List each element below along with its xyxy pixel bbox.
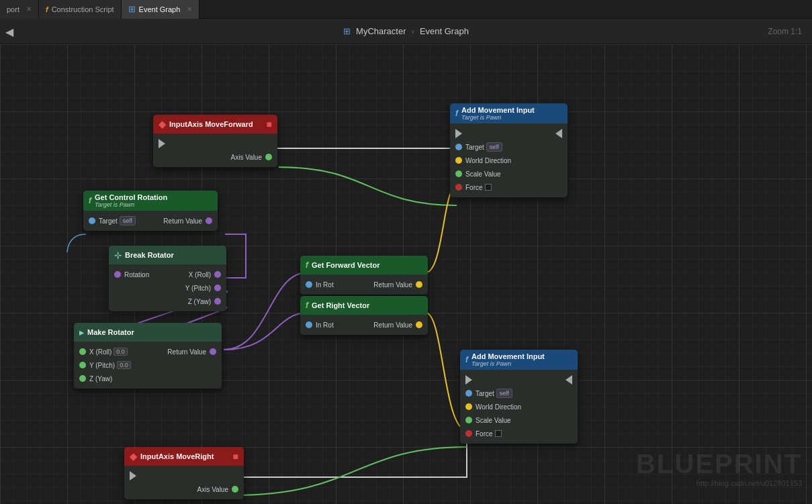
header-event-graph: Event Graph [420, 26, 469, 36]
y-pitch-row: Y (Pitch) [109, 281, 226, 295]
tab-event-graph[interactable]: ⊞ Event Graph ✕ [122, 0, 200, 19]
func-icon-top: f [455, 109, 458, 118]
exec-out-row-right [124, 469, 244, 483]
target-pin-top [455, 144, 462, 150]
header-title: ⊞ MyCharacter › Event Graph [343, 26, 469, 36]
exec-out-row [153, 137, 277, 150]
make-icon: ▸ [79, 327, 84, 338]
tab-event-graph-close[interactable]: ✕ [187, 5, 192, 13]
force-pin-top [455, 184, 462, 191]
node-header-get-forward: f Get Forward Vector [300, 256, 428, 274]
world-dir-row-top: World Direction [450, 154, 568, 167]
func-icon-control: f [89, 196, 91, 205]
force-row-top: Force [450, 181, 568, 194]
node-add-movement-bottom[interactable]: f Add Movement Input Target is Pawn Targ… [460, 350, 578, 444]
tab-report-label: port [7, 5, 19, 13]
in-rot-pin-forward [306, 281, 312, 288]
node-header-add-movement-bottom: f Add Movement Input Target is Pawn [460, 350, 578, 370]
node-title-add-movement-top: Add Movement Input [461, 106, 535, 114]
z-yaw-row: Z (Yaw) [109, 295, 226, 308]
node-title-right: InputAxis MoveRight [140, 452, 214, 460]
z-yaw-label: Z (Yaw) [188, 298, 211, 305]
blueprint-canvas[interactable]: ◆ InputAxis MoveForward ■ Axis Value f A… [0, 44, 812, 504]
node-get-right-vector[interactable]: f Get Right Vector In Rot Return Value [300, 296, 428, 335]
self-badge-control: self [120, 216, 136, 225]
tab-construction-label: Construction Script [52, 5, 114, 13]
node-body-make-rotator: X (Roll) 0.0 Return Value Y (Pitch) 0.0 … [74, 342, 222, 389]
node-header-get-control: f Get Control Rotation Target is Pawn [83, 191, 218, 211]
exec-in-pin-top [455, 129, 462, 138]
return-val-label-right: Return Value [373, 321, 412, 329]
header-chevron: › [412, 26, 414, 36]
node-add-movement-top[interactable]: f Add Movement Input Target is Pawn Targ… [450, 103, 568, 197]
rotation-label: Rotation [124, 271, 149, 279]
scale-val-pin-bottom [465, 417, 472, 423]
header: ◀ ⊞ MyCharacter › Event Graph Zoom 1:1 [0, 19, 812, 44]
right-row: In Rot Return Value [300, 318, 428, 332]
node-inputaxis-moveforward[interactable]: ◆ InputAxis MoveForward ■ Axis Value [153, 115, 277, 167]
scale-val-label-top: Scale Value [465, 170, 501, 178]
control-row: Target self Return Value [83, 214, 218, 228]
z-yaw-pin [214, 298, 221, 305]
target-label-bottom: Target [476, 390, 494, 397]
node-header-break-rotator: ⊹ Break Rotator [109, 246, 226, 264]
return-val-pin-make [210, 348, 216, 355]
target-pin-control [89, 217, 95, 224]
world-dir-pin-bottom [465, 403, 472, 410]
node-header-inputaxis-forward: ◆ InputAxis MoveForward ■ [153, 115, 277, 134]
node-title-get-control: Get Control Rotation [95, 193, 167, 201]
world-dir-label-top: World Direction [465, 157, 511, 164]
x-roll-pin [214, 271, 221, 278]
node-close-icon-right: ■ [233, 451, 238, 462]
node-get-control-rotation[interactable]: f Get Control Rotation Target is Pawn Ta… [83, 191, 218, 231]
y-pitch-label-make: Y (Pitch) [89, 362, 115, 369]
func-icon-forward: f [306, 260, 308, 270]
nav-left-arrow[interactable]: ◀ [5, 25, 13, 38]
in-rot-label-right: In Rot [316, 321, 334, 329]
x-roll-pin-make [79, 348, 86, 355]
tab-construction-script[interactable]: f Construction Script [39, 0, 122, 19]
axis-value-pin [265, 154, 272, 160]
diamond-icon-right: ◆ [130, 451, 137, 462]
node-header-make-rotator: ▸ Make Rotator [74, 323, 222, 342]
rotation-pin [114, 271, 121, 278]
func-icon-right: f [306, 301, 308, 310]
exec-row-bottom [460, 373, 578, 387]
node-header-get-right: f Get Right Vector [300, 296, 428, 315]
function-icon: f [46, 5, 48, 13]
header-mycharacter: MyCharacter [356, 26, 406, 36]
exec-out-pin [159, 139, 165, 148]
node-inputaxis-moveright[interactable]: ◆ InputAxis MoveRight ■ Axis Value [124, 447, 244, 499]
watermark: BLUEPRINT http://blog.csdn.net/u01280115… [636, 449, 802, 487]
node-body-forward: Axis Value [153, 134, 277, 167]
in-rot-pin-right [306, 321, 312, 328]
node-header-add-movement-top: f Add Movement Input Target is Pawn [450, 103, 568, 123]
scale-val-label-bottom: Scale Value [476, 417, 511, 424]
exec-out-pin-bottom [566, 375, 572, 385]
return-val-pin-control [206, 217, 212, 224]
x-roll-label-make: X (Roll) [89, 348, 111, 356]
tab-report[interactable]: port ✕ [0, 0, 39, 19]
node-body-get-right: In Rot Return Value [300, 315, 428, 335]
node-body-get-forward: In Rot Return Value [300, 274, 428, 295]
y-pitch-make-row: Y (Pitch) 0.0 [74, 358, 222, 372]
tab-bar: port ✕ f Construction Script ⊞ Event Gra… [0, 0, 812, 19]
node-get-forward-vector[interactable]: f Get Forward Vector In Rot Return Value [300, 256, 428, 295]
force-label-top: Force [465, 184, 483, 191]
force-checkbox-top[interactable] [485, 184, 492, 191]
tab-event-graph-label: Event Graph [139, 5, 181, 13]
y-pitch-val: 0.0 [117, 361, 131, 369]
func-icon-bottom: f [465, 355, 468, 364]
return-val-label-control: Return Value [163, 217, 202, 225]
node-break-rotator[interactable]: ⊹ Break Rotator Rotation X (Roll) Y (Pit… [109, 246, 226, 311]
z-yaw-pin-make [79, 375, 86, 382]
target-row-bottom: Target self [460, 387, 578, 400]
node-title-forward: InputAxis MoveForward [169, 120, 253, 128]
node-title-get-forward: Get Forward Vector [312, 261, 379, 269]
tab-report-close[interactable]: ✕ [26, 5, 32, 13]
world-dir-pin-top [455, 157, 462, 164]
watermark-url: http://blog.csdn.net/u012801153 [636, 479, 802, 487]
node-make-rotator[interactable]: ▸ Make Rotator X (Roll) 0.0 Return Value… [74, 323, 222, 389]
force-checkbox-bottom[interactable] [495, 430, 502, 437]
return-val-label-forward: Return Value [373, 281, 412, 289]
